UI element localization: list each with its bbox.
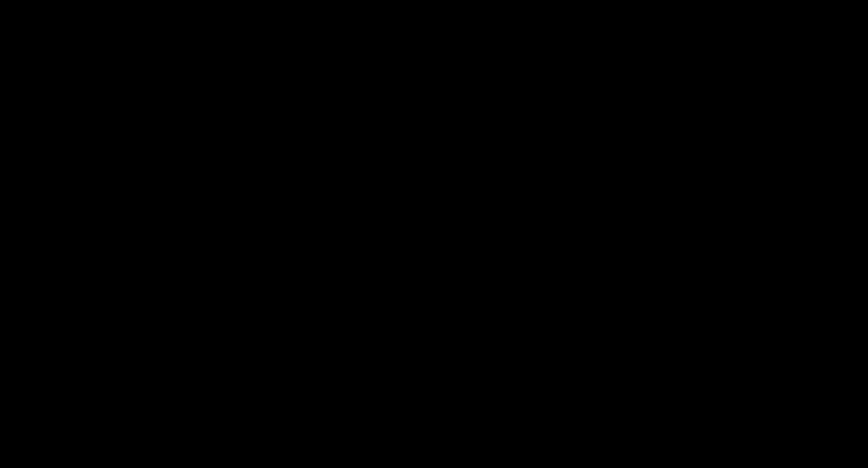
boot-menu-box xyxy=(12,38,856,79)
menu-border-top xyxy=(12,38,856,59)
help-text xyxy=(63,115,868,258)
menu-border-bottom xyxy=(12,59,856,79)
